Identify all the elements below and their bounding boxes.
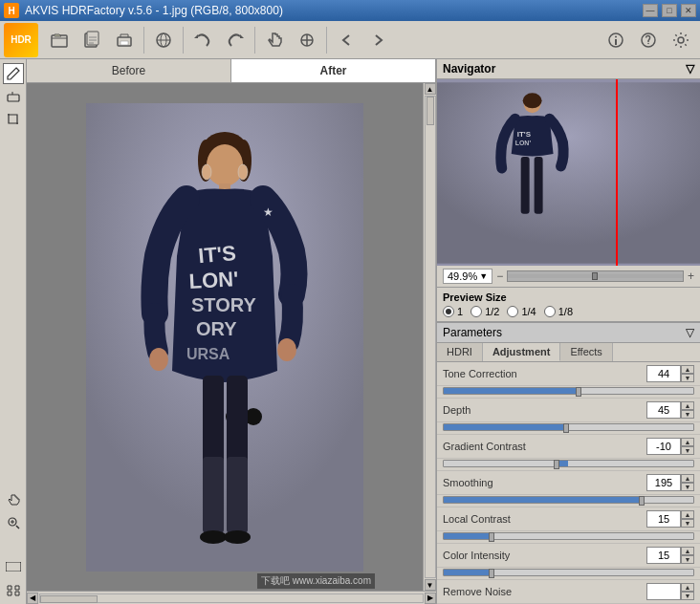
maximize-button[interactable]: □ <box>662 4 677 17</box>
hdri-tab[interactable]: HDRI <box>437 343 483 361</box>
h-scroll-thumb[interactable] <box>40 595 98 603</box>
zoom-value-display[interactable]: 49.9% ▼ <box>443 269 492 284</box>
h-scroll-track[interactable] <box>39 593 424 603</box>
info-button[interactable] <box>601 25 631 55</box>
tone-correction-slider-row[interactable] <box>437 386 700 399</box>
tone-correction-input[interactable] <box>646 365 681 382</box>
bottom-btn-1[interactable] <box>3 556 24 577</box>
image-canvas[interactable]: IT'S LON' STORY ORY URSA <box>27 83 423 591</box>
depth-down[interactable]: ▼ <box>681 410 694 419</box>
scroll-left-button[interactable]: ◀ <box>27 593 38 604</box>
gradient-contrast-input[interactable] <box>646 438 681 455</box>
pencil-tool[interactable] <box>3 63 24 84</box>
local-contrast-down[interactable]: ▼ <box>681 519 694 528</box>
local-contrast-spinner[interactable]: ▲ ▼ <box>681 510 694 528</box>
radio-half-dot[interactable] <box>470 306 482 317</box>
after-tab[interactable]: After <box>231 59 436 82</box>
gradient-contrast-thumb[interactable] <box>554 460 559 469</box>
zoom-minus-icon[interactable]: − <box>496 270 503 283</box>
navigator-collapse-icon[interactable]: ▽ <box>686 62 694 76</box>
zoom-dropdown-icon[interactable]: ▼ <box>479 271 488 281</box>
tone-correction-down[interactable]: ▼ <box>681 374 694 382</box>
depth-slider[interactable] <box>443 423 694 431</box>
hand-tool[interactable] <box>3 489 24 510</box>
zoom-tool[interactable] <box>3 512 24 533</box>
depth-up[interactable]: ▲ <box>681 401 694 410</box>
local-contrast-slider[interactable] <box>443 532 694 540</box>
radio-1x-dot[interactable] <box>443 306 454 317</box>
smoothing-spinner[interactable]: ▲ ▼ <box>681 474 694 491</box>
smoothing-down[interactable]: ▼ <box>681 483 694 491</box>
smoothing-slider-row[interactable] <box>437 495 700 507</box>
radio-eighth-dot[interactable] <box>544 306 556 317</box>
batch-button[interactable] <box>77 25 107 55</box>
gradient-contrast-slider[interactable] <box>443 460 694 467</box>
scroll-up-button[interactable]: ▲ <box>425 83 436 95</box>
bottom-btn-2[interactable] <box>3 579 24 600</box>
smoothing-up[interactable]: ▲ <box>681 474 694 483</box>
arrow-left-button[interactable] <box>331 25 361 55</box>
depth-slider-row[interactable] <box>437 422 700 435</box>
local-contrast-slider-row[interactable] <box>437 531 700 544</box>
local-contrast-input[interactable] <box>646 510 681 528</box>
vertical-scrollbar[interactable]: ▲ ▼ <box>423 83 436 591</box>
gradient-contrast-down[interactable]: ▼ <box>681 446 694 455</box>
tone-correction-spinner[interactable]: ▲ ▼ <box>681 365 694 382</box>
redo-button[interactable] <box>220 25 251 55</box>
crop-tool[interactable] <box>3 109 24 130</box>
scroll-track[interactable] <box>425 96 436 578</box>
color-intensity-up[interactable]: ▲ <box>681 547 694 555</box>
gradient-contrast-slider-row[interactable] <box>437 459 700 471</box>
remove-noise-up[interactable]: ▲ <box>681 583 694 592</box>
scroll-right-button[interactable]: ▶ <box>425 593 436 604</box>
color-intensity-slider[interactable] <box>443 569 694 576</box>
horizontal-scrollbar[interactable]: ◀ ▶ <box>27 591 436 604</box>
eraser-tool[interactable] <box>3 86 24 107</box>
tone-correction-up[interactable]: ▲ <box>681 365 694 374</box>
remove-noise-down[interactable]: ▼ <box>681 592 694 600</box>
zoom-slider[interactable] <box>507 270 684 282</box>
preview-1x[interactable]: 1 <box>443 306 463 317</box>
effects-tab[interactable]: Effects <box>560 343 612 361</box>
scroll-thumb[interactable] <box>427 97 434 125</box>
depth-spinner[interactable]: ▲ ▼ <box>681 401 694 419</box>
pick-button[interactable] <box>292 25 322 55</box>
arrow-right-button[interactable] <box>363 25 394 55</box>
web-button[interactable] <box>148 25 179 55</box>
settings-button[interactable] <box>666 25 696 55</box>
scroll-down-button[interactable]: ▼ <box>425 579 436 591</box>
close-button[interactable]: ✕ <box>681 4 696 17</box>
undo-button[interactable] <box>187 25 218 55</box>
hand-button[interactable] <box>259 25 290 55</box>
color-intensity-spinner[interactable]: ▲ ▼ <box>681 547 694 564</box>
zoom-slider-thumb[interactable] <box>592 272 598 280</box>
minimize-button[interactable]: — <box>643 4 658 17</box>
color-intensity-slider-row[interactable] <box>437 568 700 580</box>
gradient-contrast-up[interactable]: ▲ <box>681 438 694 446</box>
preview-eighth[interactable]: 1/8 <box>544 306 573 317</box>
smoothing-input[interactable] <box>646 474 681 491</box>
local-contrast-thumb[interactable] <box>489 532 494 542</box>
tone-correction-slider[interactable] <box>443 387 694 395</box>
preview-quarter[interactable]: 1/4 <box>507 306 536 317</box>
before-tab[interactable]: Before <box>27 59 231 82</box>
print-button[interactable] <box>109 25 140 55</box>
parameters-collapse-icon[interactable]: ▽ <box>686 326 694 339</box>
smoothing-slider[interactable] <box>443 496 694 504</box>
color-intensity-input[interactable] <box>646 547 681 564</box>
remove-noise-spinner[interactable]: ▲ ▼ <box>681 583 694 600</box>
adjustment-tab[interactable]: Adjustment <box>483 343 561 361</box>
depth-thumb[interactable] <box>563 423 569 433</box>
remove-noise-input[interactable] <box>646 583 681 600</box>
open-button[interactable] <box>44 25 75 55</box>
smoothing-thumb[interactable] <box>639 496 645 506</box>
color-intensity-down[interactable]: ▼ <box>681 555 694 564</box>
help-button[interactable] <box>633 25 664 55</box>
local-contrast-up[interactable]: ▲ <box>681 510 694 519</box>
depth-input[interactable] <box>646 401 681 419</box>
tone-correction-thumb[interactable] <box>576 387 581 397</box>
radio-quarter-dot[interactable] <box>507 306 518 317</box>
color-intensity-thumb[interactable] <box>489 569 494 578</box>
title-controls[interactable]: — □ ✕ <box>643 4 696 17</box>
preview-half[interactable]: 1/2 <box>470 306 499 317</box>
